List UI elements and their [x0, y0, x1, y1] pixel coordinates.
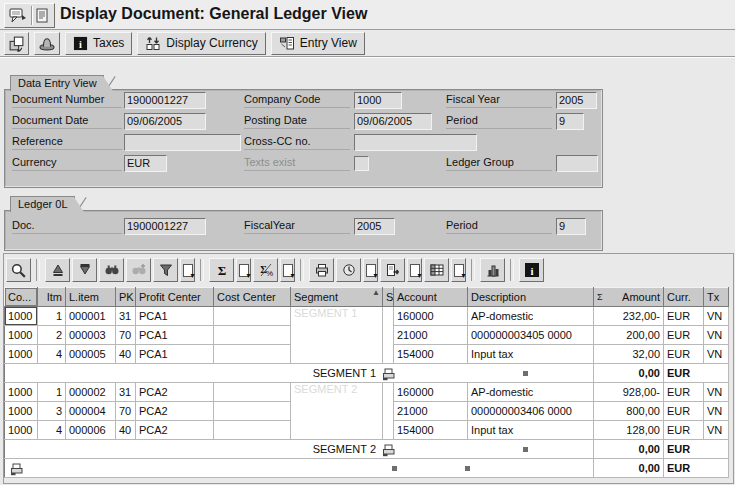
subtotal-dropdown[interactable]: ▾	[280, 258, 295, 282]
set-filter-dropdown[interactable]: ▾	[180, 258, 195, 282]
export-dropdown[interactable]: ▾	[407, 258, 422, 282]
grid-cell[interactable]: 1000	[5, 421, 38, 440]
grid-cell[interactable]: 154000	[394, 345, 468, 364]
grid-cell[interactable]: EUR	[664, 307, 704, 326]
grid-cell[interactable]: VN	[704, 402, 729, 421]
column-header-s[interactable]: S	[383, 288, 394, 307]
column-header-profit-center[interactable]: Profit Center	[136, 288, 214, 307]
export-button[interactable]	[380, 258, 405, 282]
grid-cell[interactable]: EUR	[664, 421, 704, 440]
choose-layout-button[interactable]	[424, 258, 449, 282]
grid-cell[interactable]: 928,00-	[594, 383, 664, 402]
grid-cell[interactable]: 000001	[66, 307, 116, 326]
find-next-button[interactable]	[126, 258, 151, 282]
grid-cell[interactable]: 21000	[394, 326, 468, 345]
grid-cell[interactable]: AP-domestic	[468, 307, 594, 326]
grid-cell[interactable]	[214, 345, 291, 364]
table-row[interactable]: 1000100000131PCA1SEGMENT 1160000AP-domes…	[5, 307, 729, 326]
column-header-account[interactable]: Account	[394, 288, 468, 307]
grid-cell[interactable]: AP-domestic	[468, 383, 594, 402]
document-number-field[interactable]: 1900001227	[124, 92, 206, 109]
grid-cell[interactable]: 128,00	[594, 421, 664, 440]
entry-view-button[interactable]: Entry View	[271, 32, 365, 55]
drilldown-icon[interactable]	[382, 442, 396, 457]
ledger-group-field[interactable]	[556, 155, 598, 172]
info-button[interactable]: i	[519, 258, 544, 282]
grid-cell[interactable]: 4	[38, 345, 66, 364]
grid-cell[interactable]: 40	[116, 345, 136, 364]
grid-cell[interactable]: 31	[116, 383, 136, 402]
grid-cell[interactable]: PCA1	[136, 307, 214, 326]
grid-cell[interactable]: PCA2	[136, 383, 214, 402]
subtotal-row[interactable]: SEGMENT 20,00EUR	[5, 440, 729, 459]
grid-cell[interactable]: VN	[704, 326, 729, 345]
grid-cell[interactable]: 160000	[394, 383, 468, 402]
column-header-currency[interactable]: Curr.	[664, 288, 704, 307]
grid-cell[interactable]: 000006	[66, 421, 116, 440]
grid-cell[interactable]: 40	[116, 421, 136, 440]
grid-cell[interactable]	[214, 421, 291, 440]
views-dropdown[interactable]: ▾	[363, 258, 378, 282]
column-header-tax-code[interactable]: Tx	[704, 288, 729, 307]
column-header-segment[interactable]: Segment▲	[291, 288, 383, 307]
grid-cell[interactable]: 154000	[394, 421, 468, 440]
grid-cell[interactable]: 160000	[394, 307, 468, 326]
display-change-button[interactable]	[4, 32, 29, 55]
grid-cell[interactable]: VN	[704, 383, 729, 402]
grid-cell[interactable]: 000002	[66, 383, 116, 402]
column-header-posting-key[interactable]: PK	[116, 288, 136, 307]
grid-cell[interactable]: 000003	[66, 326, 116, 345]
grid-cell[interactable]: 800,00	[594, 402, 664, 421]
grid-cell[interactable]	[214, 383, 291, 402]
document-date-field[interactable]: 09/06/2005	[124, 113, 206, 130]
grid-cell[interactable]	[214, 326, 291, 345]
grid-cell[interactable]: PCA2	[136, 402, 214, 421]
find-button[interactable]	[99, 258, 124, 282]
grid-cell[interactable]: 21000	[394, 402, 468, 421]
column-header-cost-center[interactable]: Cost Center	[214, 288, 291, 307]
ledger-doc-field[interactable]: 1900001227	[124, 218, 206, 235]
grand-total-row[interactable]: 0,00EUR	[5, 459, 729, 478]
document-header-button[interactable]	[34, 32, 60, 55]
currency-field[interactable]: EUR	[124, 155, 167, 172]
grid-cell[interactable]: EUR	[664, 402, 704, 421]
grid-cell[interactable]: Input tax	[468, 421, 594, 440]
grid-cell[interactable]: 31	[116, 307, 136, 326]
grid-cell[interactable]: 000000003406 0000	[468, 402, 594, 421]
grid-cell[interactable]: PCA1	[136, 326, 214, 345]
grid-cell[interactable]: 1000	[5, 307, 38, 326]
grid-cell[interactable]	[214, 402, 291, 421]
grid-cell[interactable]: PCA2	[136, 421, 214, 440]
grid-cell[interactable]: 232,00-	[594, 307, 664, 326]
sort-descending-button[interactable]	[72, 258, 97, 282]
ledger-period-field[interactable]: 9	[556, 218, 586, 235]
grid-cell[interactable]: 3	[38, 402, 66, 421]
grid-cell[interactable]: EUR	[664, 383, 704, 402]
grid-cell[interactable]	[383, 307, 394, 364]
display-currency-button[interactable]: Display Currency	[137, 32, 265, 55]
grid-cell[interactable]: 000004	[66, 402, 116, 421]
grid-cell[interactable]: 1000	[5, 383, 38, 402]
reference-field[interactable]	[124, 134, 241, 151]
total-button[interactable]: Σ	[209, 258, 234, 282]
grid-cell[interactable]	[214, 307, 291, 326]
column-header-item[interactable]: Itm	[38, 288, 66, 307]
column-header-company-code[interactable]: Co...	[5, 288, 38, 307]
detail-button[interactable]	[6, 258, 31, 282]
choose-layout-dropdown[interactable]: ▾	[451, 258, 466, 282]
subtotal-button[interactable]: Σ%	[253, 258, 278, 282]
document-icon[interactable]	[35, 7, 50, 25]
grid-cell[interactable]: EUR	[664, 345, 704, 364]
grid-cell[interactable]: 32,00	[594, 345, 664, 364]
views-button[interactable]	[336, 258, 361, 282]
grid-cell[interactable]: EUR	[664, 326, 704, 345]
table-row[interactable]: 1000100000231PCA2SEGMENT 2160000AP-domes…	[5, 383, 729, 402]
column-header-ledger-item[interactable]: L.item	[66, 288, 116, 307]
grid-cell[interactable]: 1000	[5, 402, 38, 421]
grid-cell[interactable]: PCA1	[136, 345, 214, 364]
drilldown-icon[interactable]	[10, 461, 24, 476]
grid-cell[interactable]: VN	[704, 307, 729, 326]
grid-cell[interactable]: 1000	[5, 345, 38, 364]
sap-services-icon[interactable]	[9, 7, 27, 25]
fiscal-year-field[interactable]: 2005	[556, 92, 597, 109]
